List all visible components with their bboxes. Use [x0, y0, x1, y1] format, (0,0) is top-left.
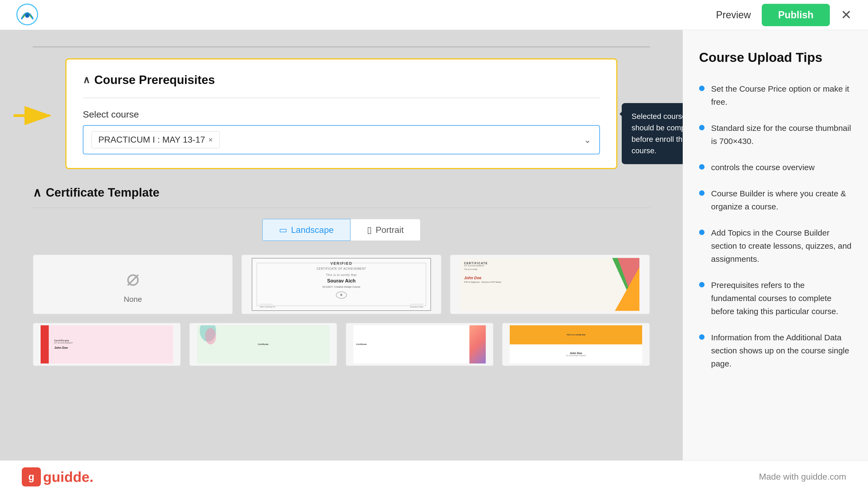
tip-bullet-4 [699, 190, 705, 196]
tip-item-6: Prerequisites refers to the fundamental … [699, 279, 852, 318]
tip-item-1: Set the Course Price option or make it f… [699, 82, 852, 109]
cert-thumb-2: CERTIFICATE OF ACHIEVEMENT This is to ce… [450, 255, 649, 314]
portrait-icon: ▯ [367, 225, 372, 235]
none-label: None [124, 295, 142, 304]
main-layout: ∧ Course Prerequisites Select course PRA… [0, 30, 868, 493]
tooltip: Selected course should be complete befor… [622, 103, 683, 164]
tip-text-7: Information from the Additional Data sec… [711, 331, 852, 370]
cert-course-1: DC10017: Creative Design Course [323, 285, 361, 288]
cert-colorful-achievement: OF ACHIEVEMENT [464, 265, 501, 267]
prerequisites-title: ∧ Course Prerequisites [83, 73, 600, 87]
prerequisites-card: ∧ Course Prerequisites Select course PRA… [65, 58, 617, 169]
cert-verified-title: VERIFIED [330, 261, 352, 265]
tip-text-1: Set the Course Price option or make it f… [711, 82, 852, 109]
certificate-title: ∧ Certificate Template [33, 186, 650, 199]
cert-thumb-1: VERIFIED CERTIFICATE OF ACHIEVEMENT This… [242, 255, 441, 314]
header: Preview Publish ✕ [0, 0, 868, 30]
cert-sm-design-3: Certificate [353, 325, 486, 363]
remove-course-button[interactable]: × [208, 135, 213, 144]
tip-bullet-3 [699, 164, 705, 170]
cert-sm-design-2: Certificate [197, 325, 329, 363]
header-actions: Preview Publish ✕ [716, 4, 852, 26]
right-sidebar: Course Upload Tips Set the Course Price … [683, 30, 868, 493]
chevron-icon: ∧ [83, 74, 90, 86]
tip-text-3: controls the course overview [711, 161, 815, 174]
tip-item-5: Add Topics in the Course Builder section… [699, 226, 852, 265]
tip-item-4: Course Builder is where you create & org… [699, 187, 852, 213]
tip-bullet-5 [699, 230, 705, 235]
certificate-section: ∧ Certificate Template ▭ Landscape ▯ Por… [33, 186, 650, 366]
cert-sm-name-4: John Doe [570, 352, 582, 355]
arrow-icon [11, 105, 54, 127]
cert-item-sm-2[interactable]: Certificate [189, 323, 337, 366]
cert-item-sm-3[interactable]: Certificate [345, 323, 494, 366]
cert-sign-1: ___________ [260, 302, 273, 304]
cert-sm-yellow-top: This is to certify that [510, 325, 642, 344]
cert-achievement-sub: CERTIFICATE OF ACHIEVEMENT [317, 267, 366, 270]
tip-bullet-2 [699, 125, 705, 130]
cert-divider [33, 208, 650, 208]
footer: g guidde. Made with guidde.com [0, 460, 868, 493]
tip-item-3: controls the course overview [699, 161, 852, 174]
tip-text-5: Add Topics in the Course Builder section… [711, 226, 852, 265]
preview-button[interactable]: Preview [716, 9, 751, 21]
cert-tri3 [615, 267, 639, 311]
cert-grid-row1: ⌀ None VERIFIED CERTIFICATE OF ACHIEVEME… [33, 254, 650, 315]
cert-sm-blob2 [205, 328, 216, 344]
cert-sm-brush [470, 325, 486, 363]
scrollable-content: ∧ Course Prerequisites Select course PRA… [0, 30, 683, 460]
none-icon: ⌀ [127, 265, 139, 291]
footer-logo-text: guidde. [43, 469, 93, 485]
cert-sm-text: Certificate OF ACHIEVEMENT John Doe [54, 339, 73, 349]
course-input-wrapper: PRACTICUM I : MAY 13-17 × ⌄ [83, 125, 600, 154]
close-button[interactable]: ✕ [841, 8, 852, 22]
publish-button[interactable]: Publish [762, 4, 830, 26]
app-logo [16, 3, 38, 26]
cert-sm-sub-1: OF ACHIEVEMENT [54, 342, 73, 344]
cert-item-1[interactable]: VERIFIED CERTIFICATE OF ACHIEVEMENT This… [241, 254, 441, 315]
cert-this-is: This is to certify that [326, 274, 357, 277]
cert-sm-text-3: Certificate [356, 343, 367, 345]
cert-white-inner: VERIFIED CERTIFICATE OF ACHIEVEMENT This… [257, 263, 426, 306]
cert-chevron-icon: ∧ [33, 186, 41, 199]
cert-name-1: Sourav Aich [327, 278, 356, 284]
cert-sm-name-1: John Doe [54, 346, 73, 349]
footer-logo-icon: g [22, 467, 41, 487]
course-search-input[interactable] [225, 135, 578, 145]
cert-none-item[interactable]: ⌀ None [33, 254, 233, 315]
select-course-label: Select course [83, 109, 600, 120]
cert-colorful-name: John Doe [464, 276, 501, 280]
tip-item-2: Standard size for the course thumbnail i… [699, 122, 852, 148]
cert-item-sm-1[interactable]: Certificate OF ACHIEVEMENT John Doe [33, 323, 181, 366]
prerequisites-divider [83, 98, 600, 98]
dropdown-icon: ⌄ [584, 135, 591, 145]
course-tag-label: PRACTICUM I : MAY 13-17 [98, 135, 205, 145]
tip-text-4: Course Builder is where you create & org… [711, 187, 852, 213]
landscape-tab[interactable]: ▭ Landscape [262, 219, 350, 241]
cert-sm-title-1: Certificate [54, 339, 73, 342]
cert-white-design: VERIFIED CERTIFICATE OF ACHIEVEMENT This… [252, 258, 431, 311]
svg-point-1 [25, 13, 29, 18]
cert-seal: ✦ [336, 292, 347, 299]
portrait-tab[interactable]: ▯ Portrait [350, 219, 420, 241]
cert-item-2[interactable]: CERTIFICATE OF ACHIEVEMENT This is to ce… [450, 254, 650, 315]
tip-bullet-7 [699, 334, 705, 340]
cert-colorful-title: CERTIFICATE [464, 262, 501, 265]
tip-item-7: Information from the Additional Data sec… [699, 331, 852, 370]
cert-colorful-text: CERTIFICATE OF ACHIEVEMENT This is to ce… [464, 262, 501, 283]
cert-sm-design-1: Certificate OF ACHIEVEMENT John Doe [41, 325, 173, 363]
tip-text-6: Prerequisites refers to the fundamental … [711, 279, 852, 318]
cert-sm-text-2: Certificate [258, 343, 268, 345]
cert-sm-bottom: John Doe has successfully completed [510, 344, 642, 363]
cert-item-sm-4[interactable]: This is to certify that John Doe has suc… [502, 323, 650, 366]
course-tag: PRACTICUM I : MAY 13-17 × [92, 131, 220, 148]
cert-tabs: ▭ Landscape ▯ Portrait [33, 219, 650, 241]
tip-bullet-1 [699, 86, 705, 91]
cert-date-label: Expiration Date [410, 306, 423, 308]
footer-logo: g guidde. [22, 467, 93, 487]
landscape-icon: ▭ [279, 225, 287, 235]
sidebar-title: Course Upload Tips [699, 49, 852, 66]
cert-sm-top-text: This is to certify that [567, 334, 585, 336]
cert-colorful-desc: PHP for Beginners – Become a PHP Master [464, 281, 501, 283]
cert-grid-row2: Certificate OF ACHIEVEMENT John Doe Cert… [33, 323, 650, 366]
